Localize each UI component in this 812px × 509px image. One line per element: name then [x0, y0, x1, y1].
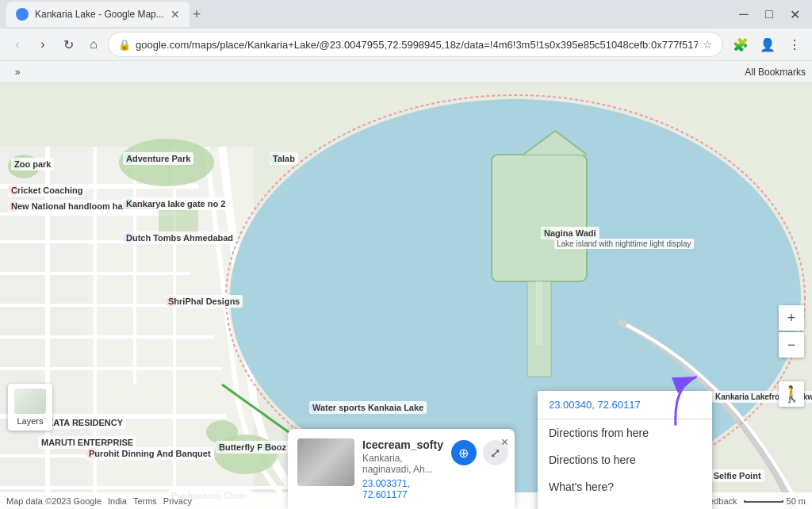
- home-button[interactable]: ⌂: [82, 33, 105, 55]
- bookmarks-expand-button[interactable]: »: [6, 61, 29, 83]
- profile-button[interactable]: 👤: [756, 33, 779, 55]
- svg-rect-20: [492, 155, 587, 281]
- bookmark-star-icon[interactable]: ☆: [703, 38, 713, 51]
- extensions-button[interactable]: 🧩: [730, 33, 752, 55]
- menu-item-search-nearby[interactable]: Search nearby: [538, 500, 712, 509]
- scale-bar: 50 m: [744, 496, 806, 506]
- back-button[interactable]: ‹: [6, 33, 29, 55]
- gate-label: Kankarya lake gate no 2: [123, 197, 228, 210]
- tab-favicon-icon: [16, 8, 29, 21]
- lock-icon: 🔒: [118, 39, 131, 51]
- dutch-label: Dutch Tombs Ahmedabad: [123, 232, 236, 244]
- scale-line: [744, 500, 783, 503]
- map-container[interactable]: 🌿 Zoo park ▲ Adventure Park ● Talab ● Cr…: [0, 83, 812, 509]
- purohit-label: Purohit Dinning And Banquet: [86, 447, 214, 460]
- zoom-out-button[interactable]: −: [779, 332, 804, 358]
- back-icon: ‹: [15, 37, 19, 52]
- menu-button[interactable]: ⋮: [783, 33, 806, 55]
- info-card-thumbnail[interactable]: [297, 438, 354, 486]
- address-bar-container: 🔒 ☆: [108, 32, 723, 57]
- map-marker-adventure[interactable]: ▲ Adventure Park: [123, 153, 134, 164]
- info-card-title: Icecream_softy: [362, 438, 443, 451]
- menu-item-directions-from[interactable]: Directions from here: [538, 419, 712, 446]
- profile-icon: 👤: [760, 37, 776, 52]
- nagina-label: Nagina Wadi: [541, 227, 599, 239]
- info-card: × Icecream_softy Kankaria, naginavadi, A…: [288, 429, 515, 509]
- menu-item-directions-to[interactable]: Directions to here: [538, 446, 712, 473]
- zoo-label: Zoo park: [11, 158, 54, 170]
- terms-label[interactable]: Terms: [133, 496, 157, 506]
- forward-icon: ›: [40, 37, 44, 52]
- watersports-label: Water sports Kankaia Lake: [309, 401, 427, 414]
- zoom-in-button[interactable]: +: [779, 305, 804, 331]
- info-card-close-button[interactable]: ×: [501, 435, 508, 450]
- info-card-subtitle: Kankaria, naginavadi, Ah...: [362, 453, 443, 475]
- tab-title: Kankaria Lake - Google Map...: [35, 9, 164, 20]
- info-card-inner: Icecream_softy Kankaria, naginavadi, Ah.…: [297, 438, 505, 500]
- bookmarks-bar: » All Bookmarks: [0, 60, 812, 82]
- browser-chrome: Kankaria Lake - Google Map... ✕ + ─ □ ✕ …: [0, 0, 812, 83]
- reload-button[interactable]: ↻: [57, 33, 79, 55]
- map-marker-cricket[interactable]: ● Cricket Coaching: [8, 185, 19, 196]
- map-marker-dutch[interactable]: ● Dutch Tombs Ahmedabad: [123, 232, 134, 243]
- reload-icon: ↻: [63, 37, 74, 52]
- layers-button[interactable]: Layers: [8, 384, 52, 431]
- tab-bar: Kankaria Lake - Google Map... ✕ + ─ □ ✕: [0, 0, 812, 29]
- map-marker-talab[interactable]: ● Talab: [270, 153, 281, 164]
- talab-label: Talab: [270, 152, 298, 165]
- toolbar: ‹ › ↻ ⌂ 🔒 ☆ 🧩 👤 ⋮: [0, 29, 812, 60]
- minimize-button[interactable]: ─: [733, 3, 755, 25]
- map-marker-shriphal[interactable]: ● ShriPhal Designs: [165, 296, 176, 307]
- india-label[interactable]: India: [108, 496, 127, 506]
- cricket-label: Cricket Coaching: [8, 184, 86, 197]
- map-marker-watersports[interactable]: ● Water sports Kankaia Lake: [309, 402, 320, 413]
- directions-icon: ⊕: [458, 446, 469, 461]
- privacy-label[interactable]: Privacy: [163, 496, 192, 506]
- svg-rect-22: [536, 281, 542, 345]
- map-marker-zoo[interactable]: 🌿 Zoo park: [11, 159, 22, 170]
- layers-label: Layers: [17, 416, 43, 426]
- info-card-thumb-image: [297, 438, 354, 486]
- map-controls: + −: [779, 305, 804, 358]
- all-bookmarks-label[interactable]: All Bookmarks: [745, 67, 806, 78]
- forward-button[interactable]: ›: [32, 33, 54, 55]
- map-marker-gate[interactable]: ● Kankarya lake gate no 2: [123, 198, 134, 209]
- new-tab-button[interactable]: +: [193, 6, 201, 23]
- pegman-button[interactable]: 🚶: [779, 381, 804, 407]
- context-menu: 23.00340, 72.60117 Directions from here …: [538, 391, 712, 509]
- pegman-icon: 🚶: [782, 385, 802, 404]
- toolbar-right: 🧩 👤 ⋮: [730, 33, 806, 55]
- map-marker-purohit[interactable]: ● Purohit Dinning And Banquet: [86, 448, 97, 459]
- map-marker-booz[interactable]: ● Booz Go Spot Kankaria Lake - Electric …: [262, 442, 273, 453]
- address-bar-input[interactable]: [136, 39, 698, 51]
- puzzle-icon: 🧩: [733, 37, 749, 52]
- map-data-label: Map data ©2023 Google: [6, 496, 102, 506]
- shriphal-label: ShriPhal Designs: [165, 295, 243, 308]
- map-marker-nagina[interactable]: ● Nagina Wadi Lake island with nighttime…: [541, 228, 694, 249]
- tab-close-button[interactable]: ✕: [170, 8, 180, 21]
- share-icon: ⤢: [490, 446, 500, 461]
- info-card-content: Icecream_softy Kankaria, naginavadi, Ah.…: [362, 438, 443, 500]
- info-card-coords[interactable]: 23.003371, 72.601177: [362, 478, 443, 500]
- scale-label: 50 m: [787, 496, 806, 506]
- close-window-button[interactable]: ✕: [783, 3, 806, 25]
- home-icon: ⌂: [90, 37, 98, 52]
- directions-button[interactable]: ⊕: [451, 440, 477, 465]
- dots-icon: ⋮: [788, 37, 801, 52]
- menu-item-whats-here[interactable]: What's here?: [538, 473, 712, 500]
- layers-thumbnail: [14, 388, 46, 414]
- browser-tab[interactable]: Kankaria Lake - Google Map... ✕: [6, 2, 190, 27]
- adventure-label: Adventure Park: [123, 152, 193, 165]
- map-marker-butterfly[interactable]: 🦋 Butterfly Park: [216, 442, 227, 453]
- info-card-actions: ⊕ ⤢: [451, 440, 508, 465]
- maximize-button[interactable]: □: [758, 3, 780, 25]
- map-marker-handloom[interactable]: ● New National handloom handicraft: [8, 201, 19, 212]
- context-menu-coords[interactable]: 23.00340, 72.60117: [538, 391, 712, 419]
